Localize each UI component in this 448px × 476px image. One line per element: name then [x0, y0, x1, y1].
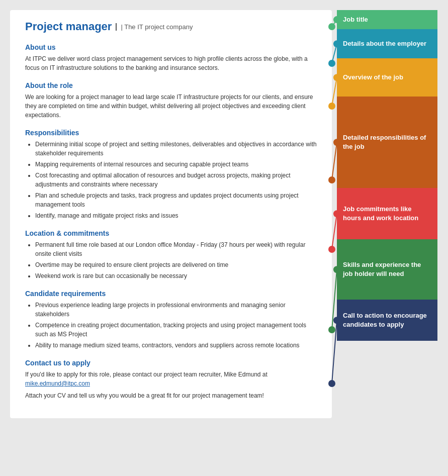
svg-line-18: [332, 320, 337, 384]
candidate-list: Previous experience leading large projec…: [35, 301, 317, 350]
about-role-heading: About the role: [25, 81, 317, 89]
svg-line-9: [332, 142, 337, 180]
job-title: Project manager: [25, 20, 112, 33]
contact-heading: Contact us to apply: [25, 359, 317, 367]
content-area: Project manager | The IT project company…: [10, 10, 438, 418]
about-us-heading: About us: [25, 43, 317, 51]
candidate-heading: Candidate requirements: [25, 290, 317, 298]
left-panel: Project manager | The IT project company…: [10, 10, 332, 418]
annotation-overview: Overview of the job: [337, 58, 437, 97]
about-us-section: About us At ITPC we deliver word class p…: [25, 43, 317, 72]
svg-line-6: [332, 77, 337, 106]
contact-text1: If you'd like to apply for this role, pl…: [25, 370, 317, 388]
about-role-text: We are looking for a project manager to …: [25, 92, 317, 120]
contact-section: Contact us to apply If you'd like to app…: [25, 359, 317, 400]
about-us-text: At ITPC we deliver word class project ma…: [25, 54, 317, 72]
annotation-commitments: Job commitments like hours and work loca…: [337, 188, 437, 239]
list-item: Determining initial scope of project and…: [35, 140, 317, 158]
responsibilities-list: Determining initial scope of project and…: [35, 140, 317, 220]
list-item: Identify, manage and mitigate project ri…: [35, 211, 317, 220]
page-container: Project manager | The IT project company…: [5, 5, 443, 423]
svg-line-15: [332, 269, 337, 330]
list-item: Competence in creating project documenta…: [35, 321, 317, 339]
annotation-responsibilities: Detailed responsibilities of the job: [337, 97, 437, 188]
candidate-section: Candidate requirements Previous experien…: [25, 290, 317, 350]
list-item: Mapping requirements of internal resourc…: [35, 160, 317, 169]
company-name: | The IT project company: [116, 23, 193, 31]
contact-text2: Attach your CV and tell us why you would…: [25, 391, 317, 400]
annotation-cta: Call to action to encourage candidates t…: [337, 300, 437, 341]
responsibilities-section: Responsibilities Determining initial sco…: [25, 129, 317, 220]
annotation-skills: Skills and experience the job holder wil…: [337, 239, 437, 300]
responsibilities-heading: Responsibilities: [25, 129, 317, 137]
job-title-header: Project manager | The IT project company: [25, 20, 317, 33]
location-list: Permanent full time role based at our Lo…: [35, 240, 317, 280]
list-item: Cost forecasting and optimal allocation …: [35, 171, 317, 189]
list-item: Ability to manage medium sized teams, co…: [35, 341, 317, 350]
location-heading: Location & commitments: [25, 229, 317, 237]
location-section: Location & commitments Permanent full ti…: [25, 229, 317, 280]
annotation-employer: Details about the employer: [337, 29, 437, 58]
svg-line-3: [332, 44, 337, 63]
list-item: Weekend work is rare but can occasionall…: [35, 271, 317, 280]
list-item: Overtime may be required to ensure clien…: [35, 260, 317, 269]
svg-line-0: [332, 20, 337, 27]
contact-email[interactable]: mike.edmund@itpc.com: [25, 380, 90, 387]
list-item: Plan and schedule projects and tasks, tr…: [35, 191, 317, 209]
list-item: Previous experience leading large projec…: [35, 301, 317, 319]
annotations-panel: Job title Details about the employer Ove…: [337, 10, 437, 418]
about-role-section: About the role We are looking for a proj…: [25, 81, 317, 120]
svg-line-12: [332, 214, 337, 249]
annotation-job-title: Job title: [337, 10, 437, 29]
list-item: Permanent full time role based at our Lo…: [35, 240, 317, 258]
